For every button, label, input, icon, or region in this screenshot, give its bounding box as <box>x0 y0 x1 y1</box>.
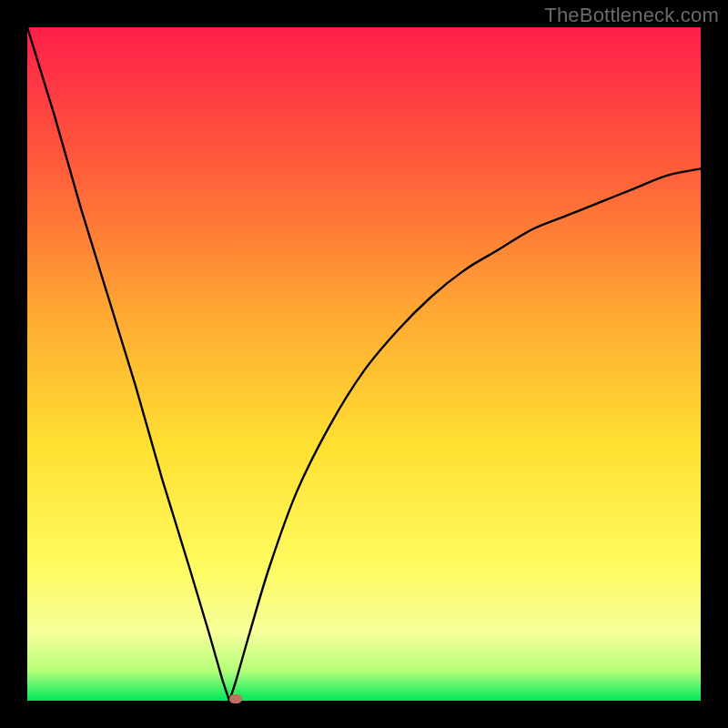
chart-svg <box>27 27 701 701</box>
plot-area <box>27 27 701 701</box>
chart-frame: TheBottleneck.com <box>0 0 728 728</box>
minimum-marker <box>229 694 242 703</box>
watermark-text: TheBottleneck.com <box>544 4 719 27</box>
